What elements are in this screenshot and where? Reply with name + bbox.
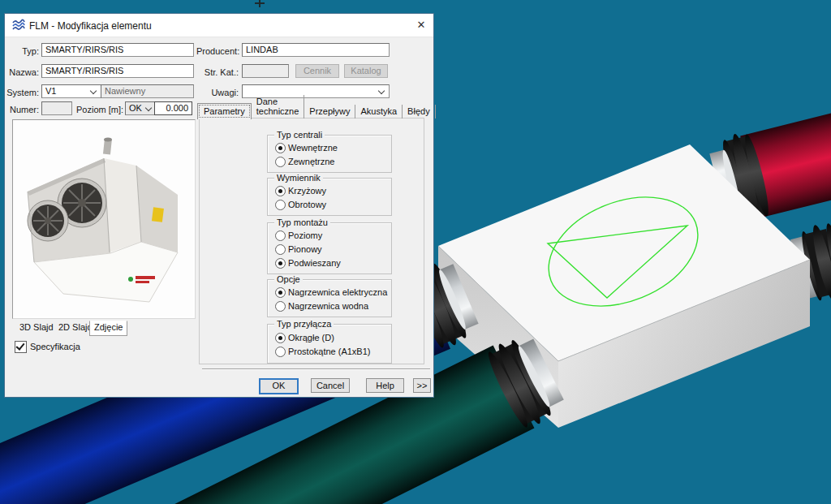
group-title: Typ przyłącza bbox=[274, 319, 334, 329]
system-combo-value: V1 bbox=[45, 86, 56, 96]
preview-tab-3d-slajd[interactable]: 3D Slajd bbox=[15, 321, 58, 334]
radio-okragle[interactable] bbox=[275, 333, 286, 343]
radio-prostokatne[interactable] bbox=[275, 347, 286, 357]
ok-button[interactable]: OK bbox=[259, 378, 299, 394]
katalog-button[interactable]: Katalog bbox=[344, 64, 388, 78]
group-typ-centrali: Typ centrali Wewnętrzne Zewnętrzne bbox=[267, 135, 392, 173]
radio-pionowy[interactable] bbox=[275, 244, 286, 255]
system-mode-field: Nawiewny bbox=[101, 84, 194, 98]
radio-nagrzewnica-wodna[interactable] bbox=[275, 301, 286, 312]
nazwa-label: Nazwa: bbox=[5, 67, 39, 77]
strkat-input[interactable] bbox=[242, 64, 289, 78]
radio-label: Nagrzewnica wodna bbox=[288, 301, 368, 311]
cancel-button[interactable]: Cancel bbox=[311, 378, 350, 393]
status-led bbox=[128, 277, 133, 282]
group-wymiennik: Wymiennik Krzyżowy Obrotowy bbox=[267, 178, 392, 216]
uwagi-label: Uwagi: bbox=[196, 88, 239, 97]
tab-akustyka[interactable]: Akustyka bbox=[355, 105, 403, 118]
radio-zewnetrzne[interactable] bbox=[275, 157, 286, 167]
specyfikacja-checkbox[interactable] bbox=[15, 341, 27, 353]
radio-label: Podwieszany bbox=[288, 258, 341, 268]
typ-label: Typ: bbox=[5, 46, 39, 56]
separator bbox=[202, 368, 430, 370]
group-title: Opcje bbox=[274, 274, 303, 284]
numer-input[interactable] bbox=[41, 101, 72, 115]
radio-nagrzewnica-elektryczna[interactable] bbox=[275, 287, 286, 298]
radio-label: Obrotowy bbox=[288, 200, 326, 209]
radio-label: Wewnętrzne bbox=[288, 143, 338, 153]
typ-input[interactable]: SMARTY/RIRS/RIS bbox=[41, 43, 194, 57]
chevron-down-icon bbox=[90, 88, 97, 94]
cennik-button[interactable]: Cennik bbox=[295, 64, 339, 78]
poziom-value-input[interactable]: 0.000 bbox=[154, 101, 192, 115]
close-button[interactable]: ✕ bbox=[409, 14, 433, 37]
radio-label: Prostokątne (A1xB1) bbox=[288, 347, 371, 356]
group-typ-montazu: Typ montażu Poziomy Pionowy Podwieszany bbox=[267, 222, 392, 274]
tab-bledy[interactable]: Błędy bbox=[403, 105, 436, 118]
radio-label: Nagrzewnica elektryczna bbox=[288, 287, 387, 297]
help-button[interactable]: Help bbox=[366, 378, 404, 393]
tab-przeplywy[interactable]: Przepływy bbox=[304, 105, 355, 118]
radio-krzyzowy[interactable] bbox=[275, 186, 286, 196]
preview-tab-zdjecie[interactable]: Zdjęcie bbox=[89, 321, 127, 336]
poziom-combo[interactable]: OK bbox=[125, 101, 157, 115]
flm-logo-icon bbox=[12, 19, 25, 32]
crosshair-cursor bbox=[255, 0, 265, 7]
radio-label: Okrągłe (D) bbox=[288, 333, 334, 342]
tab-parametry[interactable]: Parametry bbox=[197, 103, 252, 119]
producent-input[interactable]: LINDAB bbox=[242, 43, 390, 57]
group-title: Typ centrali bbox=[274, 130, 325, 140]
radio-obrotowy[interactable] bbox=[275, 200, 286, 210]
product-photo bbox=[13, 120, 193, 317]
numer-label: Numer: bbox=[5, 105, 39, 114]
chevron-down-icon bbox=[378, 88, 385, 94]
application-window: FLM - Modyfikacja elementu ✕ Typ: SMARTY… bbox=[0, 0, 831, 504]
radio-label: Zewnętrzne bbox=[288, 157, 334, 166]
more-button[interactable]: >> bbox=[413, 378, 431, 393]
tab-dane-techniczne[interactable]: Dane techniczne bbox=[252, 95, 305, 118]
producent-label: Producent: bbox=[196, 46, 239, 56]
fan-inlet-icon bbox=[28, 200, 68, 241]
radio-wewnetrzne[interactable] bbox=[275, 143, 286, 153]
radio-label: Krzyżowy bbox=[288, 186, 326, 196]
strkat-label: Str. Kat.: bbox=[196, 67, 239, 77]
radio-poziomy[interactable] bbox=[275, 230, 286, 241]
group-title: Wymiennik bbox=[274, 173, 323, 183]
group-opcje: Opcje Nagrzewnica elektryczna Nagrzewnic… bbox=[267, 279, 392, 317]
specyfikacja-label: Specyfikacja bbox=[30, 342, 80, 351]
group-title: Typ montażu bbox=[274, 218, 330, 227]
brand-logo bbox=[136, 276, 155, 279]
system-combo[interactable]: V1 bbox=[41, 84, 101, 98]
radio-label: Poziomy bbox=[288, 230, 322, 240]
close-icon: ✕ bbox=[417, 19, 426, 31]
system-label: System: bbox=[5, 88, 39, 97]
tab-strip: Parametry Dane techniczne Przepływy Akus… bbox=[197, 103, 436, 118]
title-bar[interactable]: FLM - Modyfikacja elementu ✕ bbox=[5, 14, 433, 37]
chevron-down-icon bbox=[145, 105, 152, 111]
group-typ-przylacza: Typ przyłącza Okrągłe (D) Prostokątne (A… bbox=[267, 324, 392, 364]
preview-panel[interactable] bbox=[12, 119, 196, 319]
poziom-combo-value: OK bbox=[129, 103, 142, 113]
flm-dialog: FLM - Modyfikacja elementu ✕ Typ: SMARTY… bbox=[4, 13, 434, 398]
dialog-title: FLM - Modyfikacja elementu bbox=[29, 20, 152, 32]
poziom-label: Poziom [m]: bbox=[76, 105, 123, 114]
radio-podwieszany[interactable] bbox=[275, 258, 286, 269]
nazwa-input[interactable]: SMARTY/RIRS/RIS bbox=[41, 64, 194, 78]
radio-label: Pionowy bbox=[288, 244, 322, 254]
